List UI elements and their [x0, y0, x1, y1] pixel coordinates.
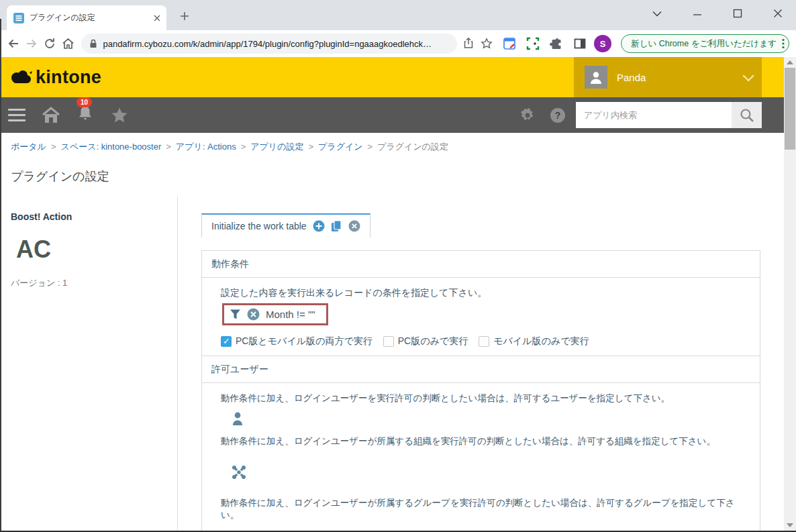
- app-search-input[interactable]: [576, 102, 732, 128]
- breadcrumb-separator: >: [308, 142, 313, 152]
- tab-favicon-icon: [13, 13, 24, 23]
- run-option[interactable]: モバイル版のみで実行: [479, 335, 589, 348]
- tab-strip: プラグインの設定: [0, 0, 796, 30]
- settings-panel: 動作条件 設定した内容を実行出来るレコードの条件を指定して下さい。 Month …: [201, 250, 760, 532]
- new-tab-button[interactable]: [176, 7, 193, 25]
- plugin-config-main: Initialize the work table 動作条件 設定した内容を実行…: [178, 197, 784, 532]
- extension-icons: S: [500, 34, 611, 53]
- portal-home-icon[interactable]: [42, 107, 60, 124]
- bookmark-star-icon[interactable]: [479, 34, 493, 53]
- conditions-section-header: 動作条件: [202, 251, 760, 278]
- maximize-icon[interactable]: [728, 3, 748, 23]
- annotation-highlight: Month != "": [222, 303, 328, 325]
- home-icon[interactable]: [61, 34, 75, 53]
- scrollbar-thumb[interactable]: [785, 68, 795, 150]
- profile-avatar[interactable]: S: [594, 35, 611, 52]
- conditions-section-body: 設定した内容を実行出来るレコードの条件を指定して下さい。 Month != ""…: [202, 278, 760, 356]
- remove-condition-icon[interactable]: [247, 308, 260, 321]
- window-frame-left: [0, 19, 1, 532]
- run-option-checkbox[interactable]: [221, 336, 232, 347]
- user-name: Panda: [617, 72, 734, 83]
- add-tab-icon[interactable]: [313, 220, 325, 232]
- action-tab-label: Initialize the work table: [211, 221, 307, 231]
- notification-badge: 10: [77, 97, 92, 107]
- favorites-star-icon[interactable]: [110, 107, 129, 124]
- extension-capture-icon[interactable]: [524, 34, 542, 53]
- reload-icon[interactable]: [43, 34, 57, 53]
- organization-icon[interactable]: [232, 465, 746, 480]
- side-panel-icon[interactable]: [570, 34, 589, 53]
- magnifier-icon: [739, 107, 755, 123]
- plugin-abbr-logo: AC: [16, 235, 166, 264]
- browser-window: プラグインの設定: [0, 0, 796, 532]
- page-scrollbar[interactable]: [784, 57, 796, 532]
- navbar-right: ?: [519, 97, 762, 133]
- permission-org-text: 動作条件に加え、ログインユーザーが所属する組織を実行許可の判断としたい場合は、許…: [221, 435, 746, 447]
- run-option[interactable]: PC版のみで実行: [383, 335, 468, 348]
- run-option-label: モバイル版のみで実行: [493, 335, 589, 348]
- user-menu-chevron-icon: [743, 70, 754, 81]
- breadcrumb-separator: >: [51, 142, 56, 152]
- minimize-icon[interactable]: [687, 3, 707, 23]
- browser-menu-icon[interactable]: [782, 38, 785, 49]
- breadcrumb-link[interactable]: プラグイン: [318, 142, 363, 152]
- browser-tab[interactable]: プラグインの設定: [7, 5, 166, 30]
- settings-gear-icon[interactable]: [519, 107, 536, 123]
- close-window-icon[interactable]: [768, 3, 788, 23]
- chrome-update-label: 新しい Chrome をご利用いただけます: [631, 38, 777, 50]
- extension-notes-icon[interactable]: [500, 34, 519, 53]
- run-option-label: PC版のみで実行: [398, 335, 468, 348]
- run-option[interactable]: PC版とモバイル版の両方で実行: [221, 335, 372, 348]
- scroll-down-icon[interactable]: [784, 520, 796, 531]
- chrome-update-button[interactable]: 新しい Chrome をご利用いただけます: [621, 34, 789, 53]
- browser-toolbar: pandafirm.cybozu.com/k/admin/app/1794/pl…: [0, 30, 796, 57]
- breadcrumb-current: プラグインの設定: [377, 142, 448, 152]
- breadcrumb-separator: >: [166, 142, 171, 152]
- url-text: pandafirm.cybozu.com/k/admin/app/1794/pl…: [103, 39, 432, 49]
- kintone-header: kintone Panda: [0, 57, 784, 97]
- content-area: Boost! Action AC バージョン : 1 Initialize th…: [0, 197, 784, 532]
- tab-search-icon[interactable]: [647, 3, 667, 23]
- conditions-instruction: 設定した内容を実行出来るレコードの条件を指定して下さい。: [221, 287, 746, 299]
- user-icon[interactable]: [232, 411, 746, 426]
- run-option-label: PC版とモバイル版の両方で実行: [236, 335, 372, 348]
- filter-icon[interactable]: [230, 309, 241, 320]
- kintone-logo[interactable]: kintone: [9, 67, 101, 88]
- plugin-name: Boost! Action: [11, 211, 166, 222]
- notifications-button[interactable]: 10: [77, 105, 94, 126]
- permission-section-body: 動作条件に加え、ログインユーザーを実行許可の判断としたい場合は、許可するユーザー…: [202, 383, 760, 532]
- puzzle-extensions-icon[interactable]: [547, 34, 566, 53]
- address-bar[interactable]: pandafirm.cybozu.com/k/admin/app/1794/pl…: [81, 34, 457, 54]
- run-option-checkbox[interactable]: [383, 336, 394, 347]
- search-button[interactable]: [732, 102, 762, 128]
- breadcrumb-link[interactable]: アプリの設定: [250, 142, 303, 152]
- kintone-navbar: 10 ?: [0, 97, 784, 133]
- scroll-up-icon[interactable]: [784, 57, 796, 68]
- breadcrumb-link[interactable]: スペース: kintone-booster: [61, 142, 162, 152]
- lock-icon[interactable]: [89, 39, 97, 48]
- window-controls: [647, 0, 788, 27]
- menu-hamburger-icon[interactable]: [8, 109, 26, 121]
- permission-group-text: 動作条件に加え、ログインユーザーが所属するグループを実行許可の判断としたい場合は…: [221, 497, 746, 521]
- plugin-version: バージョン : 1: [11, 277, 166, 289]
- plugin-sidebar: Boost! Action AC バージョン : 1: [0, 197, 178, 532]
- permission-user-text: 動作条件に加え、ログインユーザーを実行許可の判断としたい場合は、許可するユーザー…: [221, 392, 746, 405]
- share-icon[interactable]: [461, 34, 475, 53]
- delete-tab-icon[interactable]: [348, 220, 360, 232]
- action-tab[interactable]: Initialize the work table: [201, 213, 370, 237]
- logo-text: kintone: [36, 67, 101, 88]
- user-menu[interactable]: Panda: [574, 57, 762, 97]
- help-icon[interactable]: ?: [550, 108, 565, 123]
- back-icon[interactable]: [7, 34, 21, 53]
- tab-title: プラグインの設定: [30, 12, 148, 23]
- run-options-row: PC版とモバイル版の両方で実行PC版のみで実行モバイル版のみで実行: [221, 335, 746, 348]
- forward-icon[interactable]: [25, 34, 39, 53]
- condition-expression: Month != "": [266, 309, 315, 320]
- copy-tab-icon[interactable]: [331, 220, 342, 232]
- run-option-checkbox[interactable]: [479, 336, 489, 347]
- kintone-cloud-icon: [9, 68, 34, 86]
- breadcrumb-link[interactable]: アプリ: Actions: [176, 142, 236, 152]
- breadcrumb: ポータル>スペース: kintone-booster>アプリ: Actions>…: [0, 133, 784, 160]
- breadcrumb-link[interactable]: ポータル: [11, 142, 46, 152]
- tab-close-icon[interactable]: [153, 14, 161, 22]
